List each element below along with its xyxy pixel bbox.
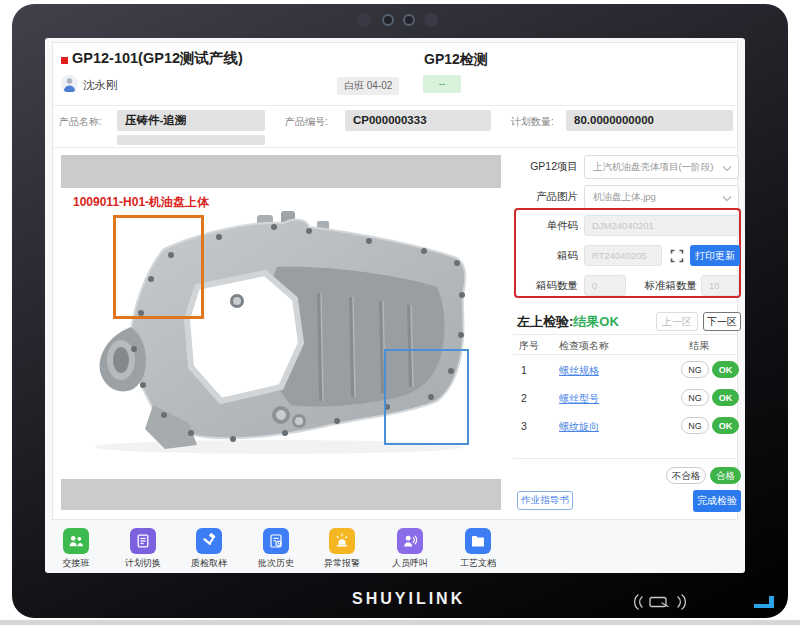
camera-dot-icon bbox=[424, 13, 438, 27]
chevron-down-icon bbox=[722, 195, 732, 202]
toolbar-label: 质检取样 bbox=[181, 557, 237, 570]
col-item: 检查项名称 bbox=[559, 339, 609, 353]
handover-icon bbox=[68, 533, 84, 549]
row-no: 1 bbox=[521, 364, 527, 376]
standard-box-count-input[interactable] bbox=[701, 275, 739, 296]
finish-inspection-button[interactable]: 完成检验 bbox=[693, 490, 741, 512]
bezel-accent-mark bbox=[754, 596, 774, 608]
highlight-orange-box bbox=[113, 215, 204, 319]
divider bbox=[513, 354, 737, 355]
product-image-value: 机油盘上体.jpg bbox=[593, 191, 656, 202]
next-zone-button[interactable]: 下一区 bbox=[703, 312, 741, 331]
ok-button[interactable]: OK bbox=[712, 389, 739, 406]
toolbar-item-batch-history[interactable]: 批次历史 bbox=[248, 528, 304, 570]
station-title: GP12-101(GP12测试产线) bbox=[72, 49, 243, 68]
toolbar-item-staff-call[interactable]: 人员呼叫 bbox=[382, 528, 438, 570]
divider bbox=[53, 105, 737, 106]
divider bbox=[513, 334, 737, 335]
col-no: 序号 bbox=[519, 339, 539, 353]
check-item-link[interactable]: 螺纹旋向 bbox=[559, 420, 599, 434]
status-badge: -- bbox=[423, 75, 461, 93]
process-doc-icon bbox=[470, 533, 486, 549]
print-update-button[interactable]: 打印更新 bbox=[690, 245, 740, 266]
work-instruction-button[interactable]: 作业指导书 bbox=[517, 491, 573, 510]
toolbar-item-plan-switch[interactable]: 计划切换 bbox=[115, 528, 171, 570]
ng-button[interactable]: NG bbox=[681, 417, 709, 434]
batch-history-icon bbox=[268, 533, 284, 549]
pass-button[interactable]: 合格 bbox=[710, 467, 741, 484]
zone-name: 左上检验: bbox=[517, 314, 573, 329]
product-name-label: 产品名称: bbox=[59, 115, 102, 129]
sampling-icon bbox=[201, 533, 217, 549]
toolbar-label: 异常报警 bbox=[314, 557, 370, 570]
user-avatar bbox=[61, 75, 78, 92]
scan-icon[interactable] bbox=[670, 249, 684, 263]
col-result: 结果 bbox=[689, 339, 709, 353]
unit-code-label: 单件码 bbox=[516, 219, 578, 233]
image-letterbox-bottom bbox=[61, 479, 501, 510]
row-no: 3 bbox=[521, 420, 527, 432]
title-bullet bbox=[61, 57, 68, 64]
toolbar-item-sampling[interactable]: 质检取样 bbox=[181, 528, 237, 570]
check-item-link[interactable]: 螺丝型号 bbox=[559, 392, 599, 406]
plan-qty-field[interactable]: 80.0000000000 bbox=[566, 110, 733, 131]
product-code-field[interactable]: CP000000333 bbox=[345, 110, 491, 131]
alarm-icon bbox=[334, 533, 350, 549]
toolbar-label: 人员呼叫 bbox=[382, 557, 438, 570]
camera-lens-icon bbox=[403, 14, 415, 26]
gp12-project-select[interactable]: 上汽机油盘壳体项目(一阶段) bbox=[584, 155, 739, 179]
fail-button[interactable]: 不合格 bbox=[666, 467, 706, 484]
toolbar-label: 计划切换 bbox=[115, 557, 171, 570]
box-count-label: 箱码数量 bbox=[510, 279, 578, 293]
box-code-label: 箱码 bbox=[516, 249, 578, 263]
brand-logo: SHUYILINK bbox=[352, 590, 465, 608]
image-letterbox-top bbox=[61, 155, 501, 188]
divider bbox=[513, 458, 737, 459]
desk-edge bbox=[0, 620, 800, 625]
highlight-blue-box bbox=[384, 349, 469, 445]
zone-result: 结果OK bbox=[573, 314, 619, 329]
toolbar-item-handover[interactable]: 交接班 bbox=[48, 528, 104, 570]
row-no: 2 bbox=[521, 392, 527, 404]
product-image-select[interactable]: 机油盘上体.jpg bbox=[584, 185, 739, 209]
ok-button[interactable]: OK bbox=[712, 417, 739, 434]
shift-badge: 白班 04-02 bbox=[337, 77, 399, 95]
screenshot-stage: SHUYILINK GP12-101(GP12测试产线) GP12检测 沈永刚 … bbox=[0, 0, 800, 633]
unit-code-input[interactable] bbox=[584, 215, 739, 236]
camera-dot-icon bbox=[357, 13, 371, 27]
product-image-panel: 1009011-H01-机油盘上体 bbox=[61, 153, 501, 513]
gp12-project-label: GP12项目 bbox=[516, 160, 578, 174]
toolbar-item-alarm[interactable]: 异常报警 bbox=[314, 528, 370, 570]
box-code-input[interactable] bbox=[584, 245, 662, 266]
divider bbox=[53, 147, 737, 148]
plan-switch-icon bbox=[135, 533, 151, 549]
camera-lens-icon bbox=[382, 14, 394, 26]
zone-title: 左上检验:结果OK bbox=[517, 313, 619, 331]
nfc-reader-icon bbox=[630, 592, 690, 612]
toolbar-item-process-doc[interactable]: 工艺文档 bbox=[450, 528, 506, 570]
standard-box-count-label: 标准箱数量 bbox=[631, 279, 697, 293]
page-title: GP12检测 bbox=[424, 51, 488, 69]
staff-call-icon bbox=[402, 533, 418, 549]
gp12-project-value: 上汽机油盘壳体项目(一阶段) bbox=[593, 161, 713, 172]
box-count-input[interactable] bbox=[584, 275, 626, 296]
toolbar-label: 工艺文档 bbox=[450, 557, 506, 570]
toolbar-label: 批次历史 bbox=[248, 557, 304, 570]
toolbar-label: 交接班 bbox=[48, 557, 104, 570]
user-name: 沈永刚 bbox=[83, 78, 118, 93]
ng-button[interactable]: NG bbox=[681, 361, 709, 378]
prev-zone-button[interactable]: 上一区 bbox=[656, 312, 698, 331]
product-code-label: 产品编号: bbox=[285, 115, 328, 129]
check-item-link[interactable]: 螺丝规格 bbox=[559, 364, 599, 378]
ok-button[interactable]: OK bbox=[712, 361, 739, 378]
clipped-field bbox=[117, 135, 265, 145]
app-window: GP12-101(GP12测试产线) GP12检测 沈永刚 白班 04-02 -… bbox=[52, 42, 738, 520]
product-name-field[interactable]: 压铸件-追溯 bbox=[117, 110, 265, 131]
chevron-down-icon bbox=[722, 165, 732, 172]
product-image-label: 产品图片 bbox=[516, 190, 578, 204]
ng-button[interactable]: NG bbox=[681, 389, 709, 406]
plan-qty-label: 计划数量: bbox=[511, 115, 554, 129]
